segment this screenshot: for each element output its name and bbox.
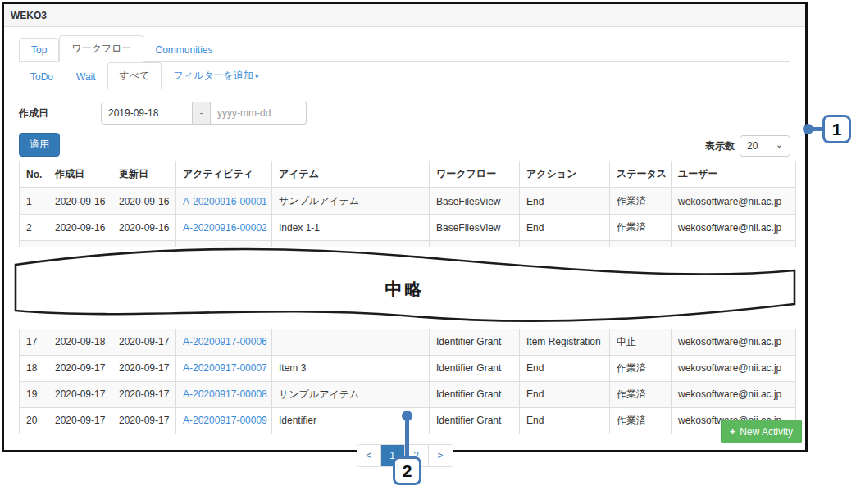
table-row: 19 2020-09-17 2020-09-17 A-20200917-0000… (20, 381, 796, 407)
cell-user: wekosoftware@nii.ac.jp (672, 355, 796, 381)
display-count-value: 20 (747, 140, 758, 152)
cell-status: 作業済 (610, 215, 672, 241)
callout-line-1 (808, 127, 824, 131)
omitted-label: 中略 (19, 278, 790, 301)
sub-tab-bar: ToDo Wait すべて フィルターを追加▾ (19, 62, 790, 89)
activity-link[interactable]: A-20200917-00006 (183, 336, 267, 347)
omitted-section: 中略 (19, 245, 790, 329)
date-range-group: - (101, 102, 307, 125)
cell-action: End (520, 188, 610, 215)
annotation-marker-1: 1 (822, 115, 851, 143)
header-updated-date: 更新日 (112, 161, 176, 188)
plus-icon: + (730, 425, 736, 438)
window-titlebar: WEKO3 (4, 4, 805, 27)
date-to-input[interactable] (211, 102, 307, 125)
main-window: WEKO3 Top ワークフロー Communities ToDo (2, 2, 808, 452)
header-created-date: 作成日 (48, 161, 112, 188)
cell-activity: A-20200917-00007 (176, 355, 272, 381)
chevron-down-icon: ⌄ (776, 139, 783, 150)
cell-updated-date: 2020-09-17 (112, 407, 176, 434)
display-count-select[interactable]: 20 ⌄ (740, 135, 790, 157)
tab-todo-label: ToDo (30, 71, 53, 83)
cell-action: End (520, 407, 610, 434)
activity-link[interactable]: A-20200916-00002 (183, 222, 267, 234)
cell-status: 作業済 (610, 355, 672, 381)
pagination-next[interactable]: > (429, 445, 453, 466)
cell-updated-date: 2020-09-17 (112, 381, 176, 407)
cell-updated-date: 2020-09-16 (112, 188, 176, 215)
cell-action: End (520, 355, 610, 381)
cell-created-date: 2020-09-16 (48, 215, 112, 241)
tab-communities-label: Communities (155, 44, 212, 56)
cell-updated-date: 2020-09-17 (112, 355, 176, 381)
cell-item: Index 1-1 (272, 215, 430, 241)
header-status: ステータス (610, 161, 672, 188)
cell-status: 作業済 (610, 381, 672, 407)
display-count-control: 表示数 20 ⌄ (705, 135, 790, 157)
main-content: Top ワークフロー Communities ToDo Wait すべて (4, 35, 805, 467)
cell-created-date: 2020-09-16 (48, 188, 112, 215)
cell-status: 作業済 (610, 188, 672, 215)
activity-link[interactable]: A-20200917-00009 (183, 415, 267, 426)
tab-workflow-label: ワークフロー (71, 43, 131, 54)
tab-communities[interactable]: Communities (143, 39, 224, 61)
screenshot-stage: WEKO3 Top ワークフロー Communities ToDo (0, 0, 856, 504)
table-row: 1 2020-09-16 2020-09-16 A-20200916-00001… (20, 188, 796, 215)
created-date-label: 作成日 (19, 107, 101, 120)
cell-status: 作業済 (610, 407, 672, 434)
table-header-row: No. 作成日 更新日 アクティビティ アイテム ワークフロー アクション ステ… (20, 161, 796, 188)
table-row: 18 2020-09-17 2020-09-17 A-20200917-0000… (20, 355, 796, 381)
cell-activity: A-20200916-00002 (176, 215, 272, 241)
table-row: 2 2020-09-16 2020-09-16 A-20200916-00002… (20, 215, 796, 241)
tab-all[interactable]: すべて (107, 62, 162, 89)
cell-action: End (520, 381, 610, 407)
created-date-filter: 作成日 - (19, 101, 790, 125)
cell-workflow: Identifier Grant (430, 407, 520, 434)
header-no: No. (20, 161, 48, 188)
new-activity-label: New Activity (740, 426, 793, 438)
cell-no: 20 (20, 407, 48, 434)
cell-created-date: 2020-09-17 (48, 381, 112, 407)
tab-workflow[interactable]: ワークフロー (59, 35, 143, 62)
apply-button[interactable]: 適用 (19, 133, 60, 157)
header-activity: アクティビティ (176, 161, 272, 188)
cell-workflow: Identifier Grant (430, 381, 520, 407)
tab-todo[interactable]: ToDo (19, 66, 65, 89)
header-workflow: ワークフロー (430, 161, 520, 188)
cell-item: Item 3 (272, 355, 430, 381)
add-filter-dropdown[interactable]: フィルターを追加▾ (162, 63, 270, 89)
date-separator: - (193, 102, 211, 125)
activity-link[interactable]: A-20200917-00007 (183, 362, 267, 374)
cell-no: 19 (20, 381, 48, 407)
main-tab-bar: Top ワークフロー Communities (19, 35, 790, 62)
cell-no: 18 (20, 355, 48, 381)
tab-top[interactable]: Top (19, 38, 59, 62)
activity-table-upper: No. 作成日 更新日 アクティビティ アイテム ワークフロー アクション ステ… (19, 161, 796, 247)
cell-item: サンプルアイテム (272, 381, 430, 407)
activity-link[interactable]: A-20200917-00008 (183, 388, 267, 400)
tab-wait-label: Wait (76, 71, 96, 83)
display-count-label: 表示数 (705, 139, 735, 153)
annotation-marker-2: 2 (393, 456, 421, 485)
cell-created-date: 2020-09-17 (48, 355, 112, 381)
header-item: アイテム (272, 161, 430, 188)
tab-wait[interactable]: Wait (65, 66, 107, 89)
cell-workflow: BaseFilesView (430, 188, 520, 215)
pagination-prev[interactable]: < (357, 445, 381, 466)
tab-top-label: Top (31, 44, 47, 56)
caret-down-icon: ▾ (255, 71, 259, 80)
cell-no: 2 (20, 215, 48, 241)
new-activity-button[interactable]: + New Activity (721, 420, 802, 443)
activity-link[interactable]: A-20200916-00001 (183, 196, 267, 207)
cell-workflow: BaseFilesView (430, 215, 520, 241)
add-filter-label: フィルターを追加 (173, 70, 253, 81)
tab-all-label: すべて (120, 70, 150, 81)
cell-created-date: 2020-09-17 (48, 407, 112, 434)
cell-item: サンプルアイテム (272, 188, 430, 215)
cell-user: wekosoftware@nii.ac.jp (672, 381, 796, 407)
cell-activity: A-20200917-00009 (176, 407, 272, 434)
date-from-input[interactable] (101, 102, 193, 125)
cell-activity: A-20200917-00008 (176, 381, 272, 407)
cell-activity: A-20200916-00001 (176, 188, 272, 215)
cell-workflow: Identifier Grant (430, 355, 520, 381)
